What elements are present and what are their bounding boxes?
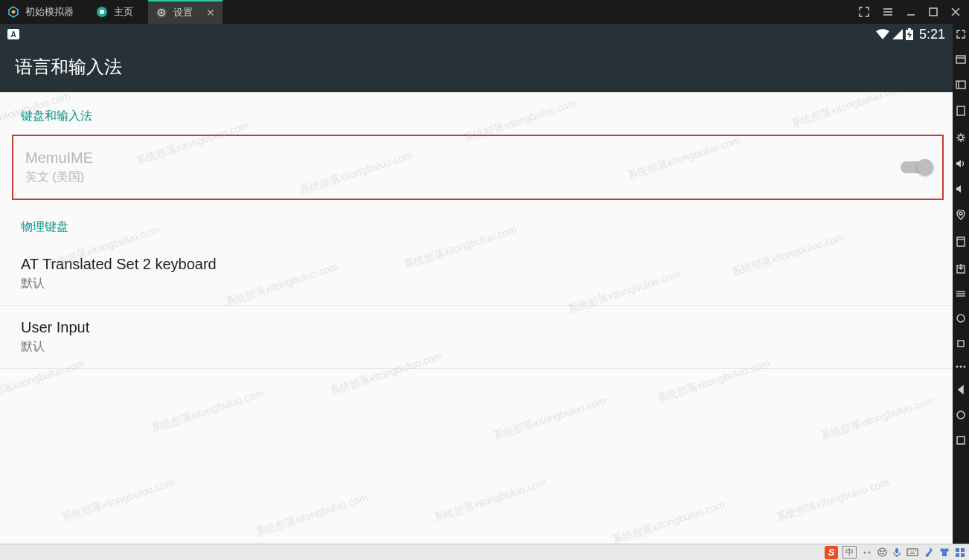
tab-strip: 初始模拟器 主页 设置 ✕: [0, 0, 223, 24]
page-title: 语言和输入法: [0, 45, 953, 92]
sidebar-icon[interactable]: [956, 106, 965, 116]
svg-point-37: [880, 550, 881, 551]
sogou-ime-icon[interactable]: S: [825, 546, 838, 559]
ime-lang-indicator[interactable]: 中: [842, 546, 857, 559]
svg-rect-28: [958, 341, 964, 347]
svg-rect-47: [956, 548, 959, 552]
emulator-toolbar: [953, 24, 969, 544]
tab-label: 主页: [114, 5, 133, 19]
gear-icon[interactable]: [956, 132, 966, 143]
section-keyboard-input: 键盘和输入法: [0, 92, 953, 132]
svg-point-36: [878, 548, 886, 556]
home-icon[interactable]: [956, 411, 965, 419]
battery-icon: [906, 28, 913, 40]
watermark: 系统部落xitongbuluo.com: [819, 394, 936, 443]
menu-icon[interactable]: [883, 7, 893, 17]
svg-point-19: [959, 135, 963, 140]
svg-point-35: [869, 552, 870, 553]
watermark: 系统部落xitongbuluo.com: [492, 394, 608, 443]
svg-rect-39: [895, 548, 898, 553]
svg-point-1: [100, 10, 104, 14]
sidebar-icon[interactable]: [956, 339, 965, 348]
tray-tool-icon[interactable]: [924, 547, 933, 558]
tray-icons: 中: [842, 546, 965, 559]
android-statusbar: A 5:21: [0, 24, 953, 45]
sidebar-icon[interactable]: [956, 314, 965, 323]
toggle-thumb: [917, 159, 933, 176]
keyboard-userinput-item[interactable]: User Input 默认: [0, 306, 953, 369]
ime-toggle[interactable]: [901, 161, 930, 173]
watermark: 系统部落xitongbuluo.com: [611, 498, 727, 544]
recents-icon[interactable]: [956, 436, 965, 445]
svg-rect-16: [956, 81, 965, 88]
install-icon[interactable]: [956, 263, 965, 274]
item-subtitle: 默认: [21, 339, 89, 355]
tray-smiley-icon[interactable]: [877, 547, 887, 557]
svg-rect-41: [907, 549, 918, 556]
tray-mic-icon[interactable]: [893, 547, 901, 558]
ime-memu-item[interactable]: MemuIME 英文 (美国): [12, 135, 944, 200]
svg-point-31: [964, 366, 966, 368]
watermark: 系统部落xitongbuluo.com: [150, 387, 266, 436]
svg-rect-50: [961, 553, 965, 557]
svg-point-27: [957, 315, 965, 322]
item-subtitle: 英文 (美国): [25, 170, 93, 185]
sidebar-icon[interactable]: [956, 80, 966, 89]
back-icon[interactable]: [956, 385, 965, 394]
emulator-icon: [7, 6, 19, 18]
watermark: 系统部落xitongbuluo.com: [254, 491, 370, 540]
svg-point-32: [957, 411, 965, 419]
volume-up-icon[interactable]: [956, 159, 966, 168]
svg-rect-21: [957, 237, 965, 246]
status-time: 5:21: [919, 27, 945, 42]
item-subtitle: 默认: [21, 276, 217, 292]
svg-rect-14: [956, 56, 965, 63]
tray-keyboard-icon[interactable]: [906, 548, 918, 556]
watermark: 系统部落xitongbuluo.com: [775, 476, 891, 525]
svg-point-38: [883, 550, 884, 551]
maximize-icon[interactable]: [929, 7, 938, 16]
volume-down-icon[interactable]: [956, 184, 966, 193]
item-title: AT Translated Set 2 keyboard: [21, 256, 217, 273]
svg-point-4: [161, 12, 163, 14]
wifi-icon: [876, 29, 889, 39]
tab-label: 初始模拟器: [25, 5, 74, 19]
fullscreen-icon[interactable]: [859, 7, 869, 17]
window-controls: [859, 7, 969, 17]
home-icon: [96, 6, 108, 18]
close-window-icon[interactable]: [951, 7, 960, 16]
signal-icon: [892, 29, 903, 39]
svg-point-29: [956, 366, 959, 368]
location-icon[interactable]: [956, 210, 965, 220]
emulator-main: A 5:21 语言和输入法 系统部落xitongbuluo.com 系统部落xi…: [0, 24, 953, 544]
keyboard-at-item[interactable]: AT Translated Set 2 keyboard 默认: [0, 242, 953, 306]
tab-emulator[interactable]: 初始模拟器: [0, 0, 89, 24]
window-titlebar: 初始模拟器 主页 设置 ✕: [0, 0, 969, 24]
close-icon[interactable]: ✕: [206, 7, 215, 19]
os-taskbar: S 中: [0, 544, 969, 560]
minimize-icon[interactable]: [906, 7, 915, 16]
svg-rect-9: [930, 8, 937, 16]
sidebar-icon[interactable]: [956, 55, 966, 64]
sidebar-icon[interactable]: [956, 236, 965, 247]
svg-point-20: [959, 212, 962, 215]
section-physical-keyboard: 物理键盘: [0, 203, 953, 242]
sidebar-icon[interactable]: [956, 290, 966, 297]
status-right: 5:21: [876, 27, 945, 42]
tab-label: 设置: [173, 6, 193, 19]
tray-icon[interactable]: [863, 548, 872, 557]
more-icon[interactable]: [956, 364, 966, 369]
item-title: User Input: [21, 319, 89, 336]
svg-rect-33: [957, 437, 965, 444]
expand-icon[interactable]: [956, 30, 965, 39]
svg-rect-18: [957, 106, 965, 115]
tray-shirt-icon[interactable]: [939, 547, 950, 557]
svg-point-34: [864, 552, 866, 553]
tray-grid-icon[interactable]: [956, 548, 965, 557]
svg-point-30: [960, 366, 962, 368]
item-title: MemuIME: [25, 149, 93, 167]
tab-home[interactable]: 主页: [89, 0, 148, 24]
svg-rect-12: [908, 28, 911, 30]
tab-settings[interactable]: 设置 ✕: [148, 0, 223, 24]
ime-indicator-icon: A: [7, 29, 19, 39]
